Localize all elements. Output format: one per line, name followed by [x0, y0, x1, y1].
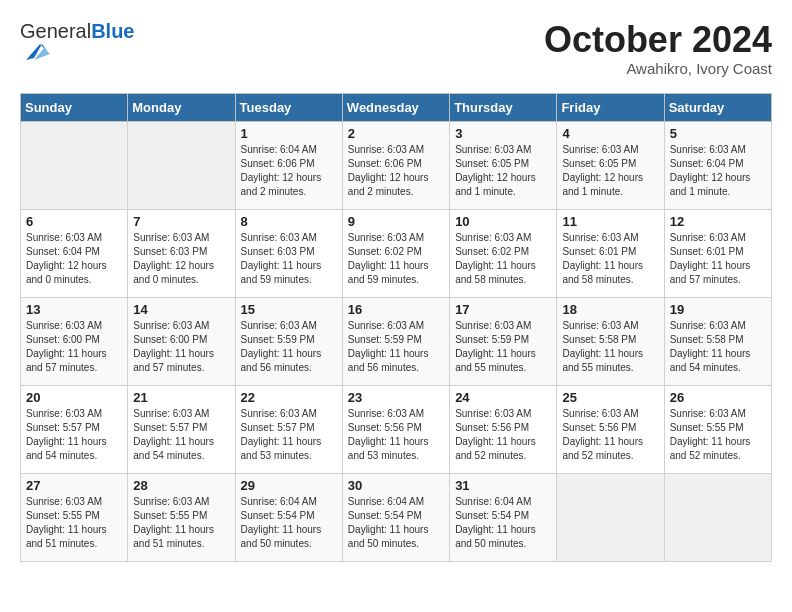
day-detail: Sunrise: 6:04 AMSunset: 6:06 PMDaylight:… — [241, 143, 337, 199]
day-detail: Sunrise: 6:03 AMSunset: 6:03 PMDaylight:… — [133, 231, 229, 287]
day-detail: Sunrise: 6:03 AMSunset: 6:00 PMDaylight:… — [26, 319, 122, 375]
day-number: 23 — [348, 390, 444, 405]
calendar-cell: 11Sunrise: 6:03 AMSunset: 6:01 PMDayligh… — [557, 209, 664, 297]
calendar-cell: 12Sunrise: 6:03 AMSunset: 6:01 PMDayligh… — [664, 209, 771, 297]
day-number: 10 — [455, 214, 551, 229]
logo-blue-text: Blue — [91, 20, 134, 42]
weekday-header-row: SundayMondayTuesdayWednesdayThursdayFrid… — [21, 93, 772, 121]
day-number: 24 — [455, 390, 551, 405]
day-detail: Sunrise: 6:03 AMSunset: 6:04 PMDaylight:… — [670, 143, 766, 199]
day-number: 8 — [241, 214, 337, 229]
calendar-week-row: 20Sunrise: 6:03 AMSunset: 5:57 PMDayligh… — [21, 385, 772, 473]
day-number: 2 — [348, 126, 444, 141]
calendar-cell: 9Sunrise: 6:03 AMSunset: 6:02 PMDaylight… — [342, 209, 449, 297]
day-detail: Sunrise: 6:04 AMSunset: 5:54 PMDaylight:… — [241, 495, 337, 551]
calendar-cell: 2Sunrise: 6:03 AMSunset: 6:06 PMDaylight… — [342, 121, 449, 209]
day-number: 16 — [348, 302, 444, 317]
calendar-cell: 10Sunrise: 6:03 AMSunset: 6:02 PMDayligh… — [450, 209, 557, 297]
calendar-cell: 15Sunrise: 6:03 AMSunset: 5:59 PMDayligh… — [235, 297, 342, 385]
calendar-cell: 30Sunrise: 6:04 AMSunset: 5:54 PMDayligh… — [342, 473, 449, 561]
day-number: 28 — [133, 478, 229, 493]
calendar-cell — [128, 121, 235, 209]
calendar-cell: 31Sunrise: 6:04 AMSunset: 5:54 PMDayligh… — [450, 473, 557, 561]
calendar-cell: 23Sunrise: 6:03 AMSunset: 5:56 PMDayligh… — [342, 385, 449, 473]
calendar-cell: 6Sunrise: 6:03 AMSunset: 6:04 PMDaylight… — [21, 209, 128, 297]
day-number: 26 — [670, 390, 766, 405]
day-number: 7 — [133, 214, 229, 229]
calendar-cell: 20Sunrise: 6:03 AMSunset: 5:57 PMDayligh… — [21, 385, 128, 473]
day-number: 6 — [26, 214, 122, 229]
weekday-header-sunday: Sunday — [21, 93, 128, 121]
weekday-header-friday: Friday — [557, 93, 664, 121]
day-detail: Sunrise: 6:03 AMSunset: 6:05 PMDaylight:… — [455, 143, 551, 199]
day-detail: Sunrise: 6:03 AMSunset: 5:56 PMDaylight:… — [348, 407, 444, 463]
day-detail: Sunrise: 6:03 AMSunset: 5:56 PMDaylight:… — [455, 407, 551, 463]
calendar-cell: 26Sunrise: 6:03 AMSunset: 5:55 PMDayligh… — [664, 385, 771, 473]
calendar-cell: 22Sunrise: 6:03 AMSunset: 5:57 PMDayligh… — [235, 385, 342, 473]
day-number: 14 — [133, 302, 229, 317]
calendar-cell: 16Sunrise: 6:03 AMSunset: 5:59 PMDayligh… — [342, 297, 449, 385]
calendar-week-row: 27Sunrise: 6:03 AMSunset: 5:55 PMDayligh… — [21, 473, 772, 561]
calendar-cell: 5Sunrise: 6:03 AMSunset: 6:04 PMDaylight… — [664, 121, 771, 209]
location-subtitle: Awahikro, Ivory Coast — [544, 60, 772, 77]
weekday-header-saturday: Saturday — [664, 93, 771, 121]
calendar-cell: 18Sunrise: 6:03 AMSunset: 5:58 PMDayligh… — [557, 297, 664, 385]
day-detail: Sunrise: 6:03 AMSunset: 6:01 PMDaylight:… — [670, 231, 766, 287]
calendar-cell: 17Sunrise: 6:03 AMSunset: 5:59 PMDayligh… — [450, 297, 557, 385]
calendar-cell: 1Sunrise: 6:04 AMSunset: 6:06 PMDaylight… — [235, 121, 342, 209]
day-number: 29 — [241, 478, 337, 493]
logo-general-text: General — [20, 20, 91, 42]
day-number: 9 — [348, 214, 444, 229]
calendar-week-row: 6Sunrise: 6:03 AMSunset: 6:04 PMDaylight… — [21, 209, 772, 297]
day-number: 15 — [241, 302, 337, 317]
day-number: 5 — [670, 126, 766, 141]
calendar-cell: 21Sunrise: 6:03 AMSunset: 5:57 PMDayligh… — [128, 385, 235, 473]
title-section: October 2024 Awahikro, Ivory Coast — [544, 20, 772, 77]
calendar-cell: 25Sunrise: 6:03 AMSunset: 5:56 PMDayligh… — [557, 385, 664, 473]
day-number: 18 — [562, 302, 658, 317]
calendar-table: SundayMondayTuesdayWednesdayThursdayFrid… — [20, 93, 772, 562]
weekday-header-thursday: Thursday — [450, 93, 557, 121]
calendar-cell — [664, 473, 771, 561]
day-detail: Sunrise: 6:03 AMSunset: 6:03 PMDaylight:… — [241, 231, 337, 287]
day-number: 27 — [26, 478, 122, 493]
calendar-cell: 7Sunrise: 6:03 AMSunset: 6:03 PMDaylight… — [128, 209, 235, 297]
calendar-cell: 8Sunrise: 6:03 AMSunset: 6:03 PMDaylight… — [235, 209, 342, 297]
day-detail: Sunrise: 6:03 AMSunset: 5:55 PMDaylight:… — [133, 495, 229, 551]
day-number: 11 — [562, 214, 658, 229]
day-detail: Sunrise: 6:03 AMSunset: 5:59 PMDaylight:… — [348, 319, 444, 375]
day-number: 13 — [26, 302, 122, 317]
day-detail: Sunrise: 6:03 AMSunset: 5:57 PMDaylight:… — [133, 407, 229, 463]
weekday-header-wednesday: Wednesday — [342, 93, 449, 121]
calendar-cell: 24Sunrise: 6:03 AMSunset: 5:56 PMDayligh… — [450, 385, 557, 473]
day-number: 21 — [133, 390, 229, 405]
logo: GeneralBlue — [20, 20, 135, 62]
day-detail: Sunrise: 6:03 AMSunset: 6:05 PMDaylight:… — [562, 143, 658, 199]
calendar-cell: 19Sunrise: 6:03 AMSunset: 5:58 PMDayligh… — [664, 297, 771, 385]
month-year-title: October 2024 — [544, 20, 772, 60]
day-detail: Sunrise: 6:03 AMSunset: 6:02 PMDaylight:… — [455, 231, 551, 287]
day-detail: Sunrise: 6:03 AMSunset: 5:59 PMDaylight:… — [241, 319, 337, 375]
day-detail: Sunrise: 6:03 AMSunset: 6:06 PMDaylight:… — [348, 143, 444, 199]
page-header: GeneralBlue October 2024 Awahikro, Ivory… — [20, 20, 772, 77]
day-detail: Sunrise: 6:03 AMSunset: 5:57 PMDaylight:… — [241, 407, 337, 463]
day-detail: Sunrise: 6:03 AMSunset: 5:59 PMDaylight:… — [455, 319, 551, 375]
weekday-header-tuesday: Tuesday — [235, 93, 342, 121]
day-detail: Sunrise: 6:03 AMSunset: 5:55 PMDaylight:… — [26, 495, 122, 551]
calendar-week-row: 1Sunrise: 6:04 AMSunset: 6:06 PMDaylight… — [21, 121, 772, 209]
day-number: 17 — [455, 302, 551, 317]
day-number: 25 — [562, 390, 658, 405]
day-number: 12 — [670, 214, 766, 229]
calendar-cell: 4Sunrise: 6:03 AMSunset: 6:05 PMDaylight… — [557, 121, 664, 209]
day-detail: Sunrise: 6:03 AMSunset: 6:00 PMDaylight:… — [133, 319, 229, 375]
day-number: 22 — [241, 390, 337, 405]
day-number: 30 — [348, 478, 444, 493]
day-detail: Sunrise: 6:03 AMSunset: 5:57 PMDaylight:… — [26, 407, 122, 463]
calendar-cell: 3Sunrise: 6:03 AMSunset: 6:05 PMDaylight… — [450, 121, 557, 209]
calendar-cell: 29Sunrise: 6:04 AMSunset: 5:54 PMDayligh… — [235, 473, 342, 561]
day-number: 20 — [26, 390, 122, 405]
calendar-cell: 27Sunrise: 6:03 AMSunset: 5:55 PMDayligh… — [21, 473, 128, 561]
day-detail: Sunrise: 6:04 AMSunset: 5:54 PMDaylight:… — [348, 495, 444, 551]
calendar-cell: 28Sunrise: 6:03 AMSunset: 5:55 PMDayligh… — [128, 473, 235, 561]
day-detail: Sunrise: 6:03 AMSunset: 6:04 PMDaylight:… — [26, 231, 122, 287]
